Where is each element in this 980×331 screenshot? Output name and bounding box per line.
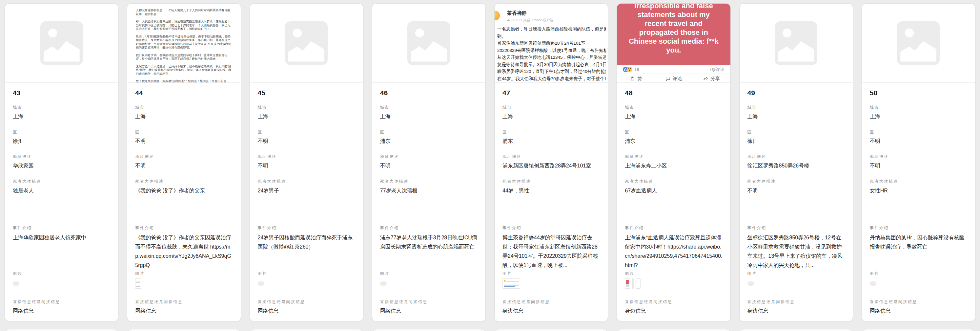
attachment-thumbnail-pill[interactable] <box>748 281 754 286</box>
field-label-image: 图片 <box>870 271 967 276</box>
attachment-thumbnail-red-doc[interactable] <box>625 278 630 289</box>
share-icon <box>703 76 708 82</box>
field-deceased: 死者大体描述 67岁血透病人 <box>625 179 722 225</box>
field-image: 图片 <box>625 271 722 299</box>
banner-text: irresponsible and false statements about… <box>627 3 720 54</box>
field-address: 地址描述 不明 <box>870 154 967 179</box>
comment-action-button[interactable]: 评论 <box>655 74 692 82</box>
field-value-city: 上海 <box>870 113 967 120</box>
record-card[interactable]: 人都没有这样的机会，一个病人需要几十个人的同时帮助和关怀才有可能获得一丝的机会！… <box>127 3 240 321</box>
field-value-district: 徐汇 <box>748 137 845 145</box>
field-value-city: 上海 <box>748 113 845 120</box>
field-event: 事件介绍 上海华欣家园独居老人饿死家中 <box>13 225 110 271</box>
comments-count[interactable]: 7条评论 <box>709 67 724 73</box>
record-card[interactable]: 50 城市 上海 区 不明 地址描述 不明 死者大体描述 女性HR 事件介绍 丹… <box>862 3 975 321</box>
field-label-deceased: 死者大体描述 <box>503 179 600 184</box>
field-value-direct: 身边信息 <box>748 307 845 315</box>
field-image: 图片 <box>380 271 477 299</box>
field-value-district: 浦东 <box>380 137 477 145</box>
field-label-deceased: 死者大体描述 <box>13 179 110 184</box>
weibo-post-preview: 茶香禅静4-2 02:31 来自 iPhone客户端一名志愿者，昨日我投入路浦西… <box>495 3 608 82</box>
attachment-thumbnail-pill[interactable] <box>380 281 387 286</box>
next-row-card-top[interactable] <box>740 329 853 331</box>
weibo-text-line: 哥家住浦东新区唐镇创新西路28弄24号101室 <box>497 40 606 47</box>
field-district: 区 徐汇 <box>13 130 110 154</box>
field-value-event: 上海浦东*血透病人延误治疗致死且遗体滞留家中约30小时！https://shar… <box>625 233 722 270</box>
attachment-thumbnails <box>625 278 722 290</box>
field-value-deceased: 不明 <box>748 187 845 195</box>
thumb-up-action-button[interactable]: 赞 <box>617 74 655 82</box>
field-value-deceased: 女性HR <box>870 187 967 195</box>
field-value-district: 不明 <box>258 137 355 145</box>
record-card[interactable]: 45 城市 上海 区 不明 地址描述 不明 死者大体描述 24岁男子 事件介绍 … <box>250 3 363 321</box>
field-value-address: 徐汇区罗秀路850弄26号楼 <box>748 162 845 170</box>
record-card[interactable]: 46 城市 上海 区 浦东 地址描述 不明 死者大体描述 77岁老人沈瑞根 事件… <box>372 3 485 321</box>
attachment-thumbnail-red-list[interactable] <box>636 278 641 289</box>
field-label-direct: 直接信息还是间接信息 <box>503 299 600 304</box>
record-number: 50 <box>870 88 967 98</box>
attachment-thumbnail-strip[interactable] <box>632 278 634 289</box>
next-row-card-top[interactable] <box>5 329 118 331</box>
record-card[interactable]: 茶香禅静4-2 02:31 来自 iPhone客户端一名志愿者，昨日我投入路浦西… <box>495 3 608 321</box>
attachment-thumbnails <box>503 278 600 290</box>
next-row-card-top[interactable] <box>862 329 975 331</box>
attachment-thumbnail-pill[interactable] <box>870 281 877 286</box>
placeholder-mountains <box>44 42 80 62</box>
card-body: 49 城市 上海 区 徐汇 地址描述 徐汇区罗秀路850弄26号楼 死者大体描述… <box>740 83 853 321</box>
field-deceased: 死者大体描述 《我的爸爸 没了》作者的父亲 <box>135 179 232 225</box>
field-value-direct: 网络信息 <box>135 307 232 315</box>
field-label-event: 事件介绍 <box>870 225 967 230</box>
field-city: 城市 上海 <box>258 105 355 130</box>
next-row-card-top[interactable] <box>250 329 363 331</box>
field-district: 区 不明 <box>258 130 355 154</box>
next-row-card-top[interactable] <box>617 329 730 331</box>
field-city: 城市 上海 <box>135 105 232 130</box>
record-card[interactable]: irresponsible and false statements about… <box>617 3 730 321</box>
attachment-thumbnail-pill[interactable] <box>13 281 19 286</box>
document-paragraph: 放下我送来的物资，妈妈就“赶我回去”：快回去！快回去！外面不安全，你别再有事 <box>136 80 232 83</box>
share-action-button[interactable]: 分享 <box>692 74 730 82</box>
record-card[interactable]: 49 城市 上海 区 徐汇 地址描述 徐汇区罗秀路850弄26号楼 死者大体描述… <box>740 3 853 321</box>
field-image: 图片 <box>748 271 845 299</box>
attachment-thumbnail-pill[interactable] <box>258 281 264 286</box>
statement-banner-preview: irresponsible and false statements about… <box>617 3 730 82</box>
document-text-preview: 人都没有这样的机会，一个病人需要几十个人的同时帮助和关怀才有可能获得一丝的机会！… <box>127 3 240 82</box>
weibo-post-text: 一名志愿者，昨日我投入路浦西核酸检测的队伍，但是累了一天后晚上接到。哥家住浦东新… <box>497 26 606 83</box>
field-direct: 直接信息还是间接信息 网络信息 <box>135 299 232 315</box>
card-body: 50 城市 上海 区 不明 地址描述 不明 死者大体描述 女性HR 事件介绍 丹… <box>862 83 975 321</box>
field-value-city: 上海 <box>258 113 355 120</box>
field-value-address: 不明 <box>870 162 967 170</box>
field-value-city: 上海 <box>380 113 477 120</box>
field-deceased: 死者大体描述 独居老人 <box>13 179 110 225</box>
attachment-thumbnail-shot[interactable] <box>503 278 520 289</box>
field-value-address: 不明 <box>258 162 355 170</box>
next-card-row <box>0 329 980 331</box>
field-label-district: 区 <box>870 130 967 134</box>
placeholder-circle <box>415 29 424 37</box>
field-value-direct: 身边信息 <box>625 307 722 315</box>
attachment-thumbnails <box>748 278 845 290</box>
record-number: 48 <box>625 88 722 98</box>
card-cover-weibo-preview: 茶香禅静4-2 02:31 来自 iPhone客户端一名志愿者，昨日我投入路浦西… <box>495 3 608 83</box>
record-card[interactable]: 43 城市 上海 区 徐汇 地址描述 华欣家园 死者大体描述 独居老人 事件介绍… <box>5 3 118 321</box>
placeholder-mountains <box>410 42 447 62</box>
attachment-thumbnail-doc[interactable] <box>135 278 142 289</box>
placeholder-mountains <box>900 42 936 62</box>
field-label-city: 城市 <box>748 105 845 110</box>
field-label-district: 区 <box>625 130 722 134</box>
field-value-direct: 网络信息 <box>380 307 477 315</box>
field-label-address: 地址描述 <box>625 154 722 159</box>
weibo-text-line: 复是等待领导批示。3月30日因为病情引起心衰，4月1日上午呼吸不畅， <box>497 61 606 68</box>
placeholder-circle <box>293 29 302 37</box>
next-row-card-top[interactable] <box>495 329 608 331</box>
banner-statement-text: irresponsible and false statements about… <box>617 3 730 66</box>
next-row-card-top[interactable] <box>372 329 485 331</box>
field-city: 城市 上海 <box>870 105 967 130</box>
reaction-badges: 19 <box>623 67 639 72</box>
field-label-city: 城市 <box>503 105 600 110</box>
field-label-event: 事件介绍 <box>748 225 845 230</box>
field-label-direct: 直接信息还是间接信息 <box>380 299 477 304</box>
photo-placeholder-icon <box>407 21 450 65</box>
field-label-district: 区 <box>135 130 232 134</box>
next-row-card-top[interactable] <box>127 329 240 331</box>
